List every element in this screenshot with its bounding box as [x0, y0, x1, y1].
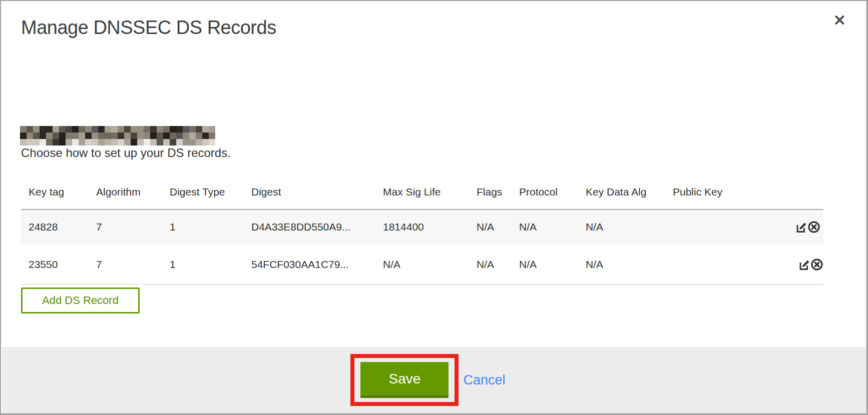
mosaic-cell — [20, 126, 27, 132]
mosaic-cell — [170, 139, 176, 146]
cell-flags: N/A — [469, 244, 512, 284]
delete-x-icon[interactable] — [810, 258, 823, 271]
mosaic-cell — [176, 132, 183, 139]
mosaic-cell — [196, 132, 202, 139]
cancel-link[interactable]: Cancel — [463, 372, 505, 388]
mosaic-cell — [111, 126, 118, 132]
row-actions — [763, 210, 823, 244]
mosaic-cell — [183, 132, 189, 139]
col-header-digest-type: Digest Type — [162, 171, 244, 210]
cell-key-data-alg: N/A — [578, 210, 665, 244]
mosaic-cell — [157, 126, 163, 132]
mosaic-cell — [72, 132, 79, 139]
save-button[interactable]: Save — [360, 362, 449, 398]
mosaic-cell — [79, 139, 85, 146]
mosaic-cell — [163, 139, 170, 146]
edit-icon[interactable] — [798, 258, 810, 270]
mosaic-cell — [176, 139, 183, 146]
mosaic-cell — [150, 126, 157, 132]
mosaic-cell — [59, 132, 66, 139]
mosaic-cell — [189, 139, 196, 146]
mosaic-cell — [33, 132, 40, 139]
mosaic-cell — [46, 139, 53, 146]
mosaic-cell — [46, 132, 53, 139]
mosaic-cell — [85, 126, 92, 132]
table-row: 23550 7 1 54FCF030AA1C79... N/A N/A N/A … — [21, 244, 823, 284]
cell-algorithm: 7 — [89, 244, 162, 284]
mosaic-cell — [27, 139, 33, 146]
redacted-domain-name — [20, 126, 215, 146]
cell-key-data-alg: N/A — [578, 244, 665, 284]
row-actions — [763, 244, 823, 284]
col-header-algorithm: Algorithm — [89, 171, 162, 210]
close-icon[interactable]: ✕ — [833, 13, 846, 28]
mosaic-cell — [33, 126, 40, 132]
mosaic-cell — [46, 126, 53, 132]
mosaic-cell — [92, 126, 98, 132]
mosaic-cell — [118, 126, 124, 132]
mosaic-cell — [202, 126, 209, 132]
edit-icon[interactable] — [795, 221, 807, 233]
cell-key-tag: 23550 — [21, 244, 89, 284]
cell-public-key — [665, 210, 763, 244]
mosaic-cell — [170, 126, 176, 132]
cell-max-sig-life: N/A — [375, 244, 469, 284]
mosaic-cell — [131, 132, 137, 139]
add-ds-record-button[interactable]: Add DS Record — [21, 288, 140, 314]
mosaic-cell — [79, 132, 85, 139]
mosaic-cell — [202, 132, 209, 139]
cell-digest: D4A33E8DD550A9... — [244, 210, 375, 244]
mosaic-cell — [124, 126, 131, 132]
mosaic-cell — [98, 139, 105, 146]
mosaic-cell — [163, 126, 170, 132]
cell-digest-type: 1 — [162, 244, 244, 284]
col-header-actions — [763, 171, 823, 210]
mosaic-cell — [85, 139, 92, 146]
mosaic-cell — [196, 139, 202, 146]
cell-protocol: N/A — [512, 210, 578, 244]
cell-protocol: N/A — [512, 244, 578, 284]
mosaic-cell — [72, 126, 79, 132]
mosaic-cell — [189, 132, 196, 139]
mosaic-cell — [40, 139, 46, 146]
mosaic-cell — [196, 126, 202, 132]
cell-key-tag: 24828 — [21, 210, 89, 244]
mosaic-cell — [40, 126, 46, 132]
mosaic-cell — [92, 132, 98, 139]
col-header-protocol: Protocol — [512, 171, 578, 210]
mosaic-cell — [27, 126, 33, 132]
mosaic-cell — [66, 126, 72, 132]
mosaic-cell — [59, 139, 66, 146]
mosaic-cell — [105, 139, 111, 146]
footer-button-group: Save Cancel — [350, 354, 505, 406]
mosaic-cell — [170, 132, 176, 139]
col-header-public-key: Public Key — [665, 171, 763, 210]
mosaic-cell — [85, 132, 92, 139]
cell-algorithm: 7 — [89, 210, 162, 244]
mosaic-cell — [131, 139, 137, 146]
mosaic-cell — [209, 132, 215, 139]
mosaic-cell — [53, 132, 59, 139]
mosaic-cell — [209, 126, 215, 132]
mosaic-cell — [157, 132, 163, 139]
col-header-key-data-alg: Key Data Alg — [578, 171, 665, 210]
delete-x-icon[interactable] — [807, 220, 820, 234]
mosaic-cell — [150, 132, 157, 139]
table-header-row: Key tag Algorithm Digest Type Digest Max… — [21, 171, 823, 210]
mosaic-cell — [183, 126, 189, 132]
cell-max-sig-life: 1814400 — [375, 210, 469, 244]
col-header-key-tag: Key tag — [21, 171, 89, 210]
dialog-footer: Save Cancel — [2, 347, 866, 413]
mosaic-cell — [111, 132, 118, 139]
mosaic-cell — [124, 132, 131, 139]
mosaic-cell — [163, 132, 170, 139]
mosaic-cell — [20, 139, 27, 146]
mosaic-cell — [59, 126, 66, 132]
mosaic-cell — [66, 132, 72, 139]
mosaic-cell — [105, 132, 111, 139]
mosaic-cell — [183, 139, 189, 146]
mosaic-cell — [124, 139, 131, 146]
mosaic-cell — [202, 139, 209, 146]
mosaic-cell — [53, 139, 59, 146]
mosaic-cell — [150, 139, 157, 146]
